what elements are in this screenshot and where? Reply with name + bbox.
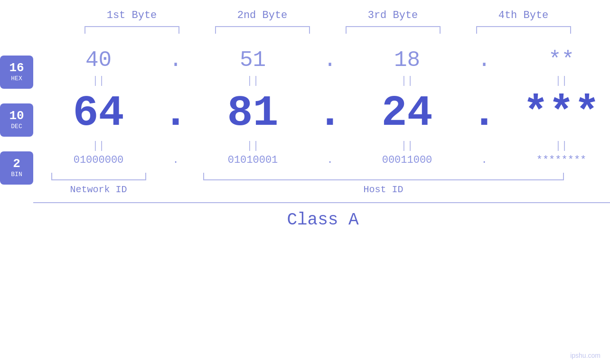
network-bracket — [51, 173, 146, 180]
hex-badge-label: HEX — [11, 75, 22, 82]
dec-dot3: . — [471, 89, 497, 138]
byte3-header: 3rd Byte — [328, 9, 458, 21]
dec-dot1: . — [163, 89, 188, 138]
network-id-label: Network ID — [33, 184, 164, 195]
dec-b3: 24 — [381, 89, 432, 138]
dec-badge-number: 10 — [9, 110, 24, 122]
badges-column: 16 HEX 10 DEC 2 BIN — [0, 43, 33, 230]
top-brackets — [66, 26, 610, 34]
main-container: 1st Byte 2nd Byte 3rd Byte 4th Byte 16 H… — [0, 0, 610, 364]
bracket-1 — [84, 26, 179, 34]
eq1-b4: || — [496, 75, 610, 87]
bottom-brackets-row — [33, 173, 610, 180]
class-label: Class A — [287, 210, 358, 230]
bin-dot2: . — [327, 154, 333, 166]
bin-badge-label: BIN — [11, 171, 22, 178]
watermark: ipshu.com — [570, 352, 601, 359]
hex-badge-number: 16 — [9, 62, 24, 74]
bracket-4 — [476, 26, 571, 34]
eq2-b4: || — [496, 140, 610, 152]
eq2-b2: || — [188, 140, 318, 152]
hex-dot3: . — [478, 48, 491, 73]
bin-dot1: . — [172, 154, 178, 166]
bin-row: 01000000 . 01010001 . 00011000 . *******… — [33, 154, 610, 166]
hex-b3: 18 — [394, 48, 420, 73]
host-bracket-container — [188, 173, 579, 180]
eq1-b1: || — [33, 75, 164, 87]
hex-b4: ** — [548, 48, 574, 73]
eq2-b3: || — [342, 140, 472, 152]
class-row: Class A — [33, 202, 610, 230]
bracket-2 — [215, 26, 310, 34]
bin-badge-number: 2 — [13, 158, 20, 170]
eq2-b1: || — [33, 140, 164, 152]
all-rows: 40 . 51 . 18 . ** || || || || 64 — [33, 43, 610, 230]
dec-b2: 81 — [227, 89, 278, 138]
rows-wrapper: 16 HEX 10 DEC 2 BIN 40 . 51 . 18 . ** — [0, 43, 610, 230]
hex-row: 40 . 51 . 18 . ** — [33, 48, 610, 73]
dec-badge: 10 DEC — [0, 103, 33, 137]
dec-dot2: . — [317, 89, 343, 138]
host-bracket — [203, 173, 564, 180]
bin-b3: 00011000 — [382, 154, 432, 166]
bracket-3 — [346, 26, 441, 34]
byte4-header: 4th Byte — [458, 9, 589, 21]
byte-headers: 1st Byte 2nd Byte 3rd Byte 4th Byte — [66, 9, 610, 21]
hex-dot1: . — [169, 48, 182, 73]
network-bracket-container — [33, 173, 164, 180]
bin-b4: ******** — [536, 154, 587, 166]
bin-b2: 01010001 — [228, 154, 278, 166]
id-labels-row: Network ID Host ID — [33, 184, 610, 195]
dec-row: 64 . 81 . 24 . *** — [33, 89, 610, 138]
dec-badge-label: DEC — [11, 123, 22, 130]
bin-dot3: . — [481, 154, 487, 166]
hex-b2: 51 — [240, 48, 266, 73]
hex-dot2: . — [323, 48, 337, 73]
byte1-header: 1st Byte — [66, 9, 197, 21]
equals-row-2: || || || || — [33, 140, 610, 152]
host-id-label: Host ID — [188, 184, 579, 195]
hex-badge: 16 HEX — [0, 56, 33, 89]
dec-b4: *** — [523, 89, 600, 138]
eq1-b2: || — [188, 75, 318, 87]
equals-row-1: || || || || — [33, 75, 610, 87]
bin-b1: 01000000 — [74, 154, 124, 166]
eq1-b3: || — [342, 75, 472, 87]
dec-b1: 64 — [73, 89, 124, 138]
hex-b1: 40 — [85, 48, 112, 73]
bin-badge: 2 BIN — [0, 151, 33, 185]
byte2-header: 2nd Byte — [197, 9, 328, 21]
